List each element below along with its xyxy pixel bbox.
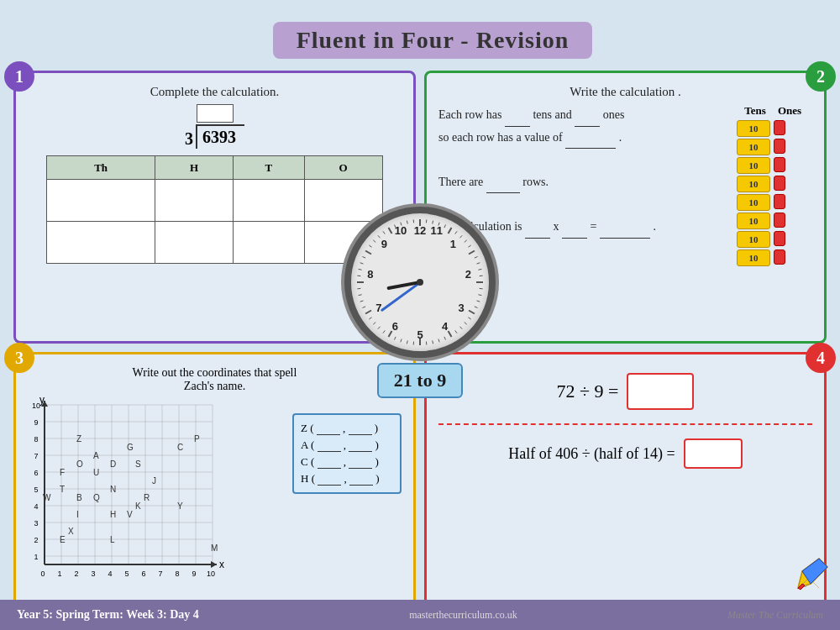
tens-block: 10: [737, 157, 770, 174]
place-value-table: Th H T O: [46, 155, 383, 264]
svg-line-80: [455, 231, 457, 234]
pv-header-o: O: [304, 156, 382, 180]
svg-text:6: 6: [141, 570, 145, 578]
svg-text:E: E: [60, 535, 66, 544]
tens-header: Tens: [737, 104, 774, 118]
svg-text:L: L: [110, 535, 115, 544]
svg-text:3: 3: [91, 570, 95, 578]
svg-line-106: [407, 340, 407, 344]
svg-line-96: [465, 323, 467, 325]
svg-text:10: 10: [32, 402, 40, 410]
pv-header-th: Th: [47, 156, 155, 180]
tens-ones-row-2: 10: [737, 139, 812, 155]
tens-block: 10: [737, 120, 770, 137]
svg-text:C: C: [177, 443, 183, 452]
svg-line-113: [369, 318, 371, 319]
svg-line-99: [449, 331, 452, 337]
svg-text:R: R: [144, 493, 150, 502]
pv-cell-h2[interactable]: [155, 222, 234, 264]
svg-text:1: 1: [57, 570, 61, 578]
svg-text:2: 2: [74, 570, 78, 578]
svg-line-127: [378, 235, 381, 238]
svg-text:10: 10: [207, 570, 215, 578]
q4-answer-box-1[interactable]: [627, 373, 694, 410]
ones-dot: [774, 249, 785, 265]
tens-block: 10: [737, 249, 770, 266]
ones-dot: [774, 231, 785, 246]
pv-cell-t2[interactable]: [234, 222, 304, 264]
svg-text:J: J: [152, 476, 156, 486]
tens-block: 10: [737, 213, 770, 229]
svg-line-108: [394, 337, 396, 340]
tens-block: 10: [737, 139, 770, 155]
svg-line-111: [378, 327, 381, 329]
svg-text:B: B: [76, 493, 82, 502]
pv-cell-h[interactable]: [155, 180, 234, 222]
footer-brand: Master The Curriculum: [727, 609, 823, 622]
pv-cell-th2[interactable]: [47, 222, 155, 264]
badge-4: 4: [806, 343, 836, 373]
svg-line-128: [383, 231, 385, 234]
ones-dot: [774, 139, 785, 154]
svg-text:9: 9: [34, 418, 38, 427]
svg-line-130: [394, 224, 396, 228]
clock-face: 12 1 2 3 4 5 6 7 8 9 10 11: [344, 207, 496, 358]
tens-ones-row-8: 10: [737, 249, 812, 266]
svg-text:D: D: [110, 459, 116, 469]
svg-line-84: [469, 251, 475, 255]
coord-h: H ( , ): [301, 472, 393, 486]
svg-text:F: F: [60, 468, 65, 477]
svg-text:I: I: [76, 510, 79, 519]
svg-line-115: [362, 307, 365, 308]
coord-a: A ( , ): [301, 438, 393, 452]
svg-line-123: [362, 256, 365, 258]
pv-cell-t[interactable]: [234, 180, 304, 222]
svg-text:1: 1: [34, 553, 38, 561]
q4-answer-box-2[interactable]: [684, 438, 743, 469]
svg-text:K: K: [135, 501, 141, 511]
pencil-icon: [790, 554, 832, 600]
svg-line-92: [477, 301, 480, 302]
svg-text:Z: Z: [76, 434, 81, 444]
svg-line-77: [438, 223, 439, 226]
svg-text:0: 0: [40, 570, 45, 578]
svg-line-112: [373, 323, 375, 325]
svg-text:Y: Y: [177, 501, 183, 511]
q4-eq1-text: 72 ÷ 9 =: [557, 381, 619, 402]
svg-line-78: [444, 224, 446, 228]
pv-cell-th[interactable]: [47, 180, 155, 222]
svg-line-83: [468, 245, 470, 247]
svg-text:G: G: [127, 443, 134, 452]
svg-line-122: [360, 263, 364, 264]
svg-line-101: [438, 339, 439, 343]
svg-text:U: U: [93, 468, 99, 477]
clock-label: 21 to 9: [377, 363, 463, 398]
svg-line-117: [359, 295, 362, 296]
tens-ones-row-4: 10: [737, 176, 812, 192]
tens-ones-row-1: 10: [737, 120, 812, 137]
badge-2: 2: [806, 61, 836, 92]
svg-text:Q: Q: [93, 493, 100, 502]
svg-line-131: [401, 223, 402, 226]
tens-block: 10: [737, 194, 770, 211]
svg-line-91: [478, 295, 481, 296]
svg-text:2: 2: [34, 536, 38, 544]
svg-line-129: [389, 228, 392, 234]
pv-header-t: T: [234, 156, 304, 180]
svg-line-109: [389, 331, 392, 337]
badge-1: 1: [4, 61, 34, 92]
svg-text:O: O: [76, 459, 83, 469]
coord-z: Z ( , ): [301, 422, 393, 435]
svg-line-85: [475, 256, 478, 258]
svg-line-95: [468, 318, 470, 319]
svg-line-82: [465, 240, 467, 243]
svg-line-102: [433, 340, 433, 344]
svg-text:N: N: [110, 485, 116, 494]
svg-line-93: [475, 307, 478, 308]
svg-text:8: 8: [175, 570, 179, 578]
svg-text:3: 3: [34, 519, 38, 528]
ones-dot: [774, 176, 785, 191]
svg-line-76: [433, 221, 433, 224]
q1-answer-box[interactable]: [197, 104, 234, 123]
q2-instruction: Write the calculation .: [438, 85, 812, 99]
